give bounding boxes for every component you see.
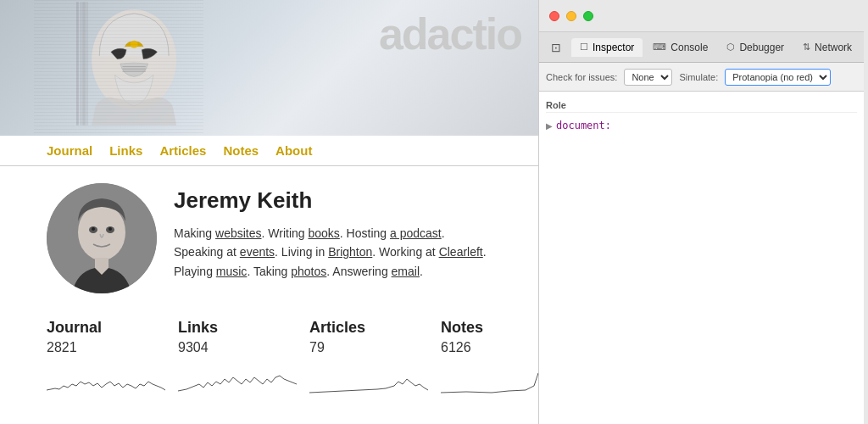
scrollbar[interactable] [864,0,868,424]
nav-articles[interactable]: Articles [159,143,206,158]
site-logo-text: adactio [379,8,521,59]
stat-articles-sparkline [309,360,428,394]
svg-rect-2 [82,2,86,125]
check-issues-label: Check for issues: [546,72,617,82]
network-icon: ⇅ [803,42,810,53]
link-books[interactable]: books [308,226,339,240]
profile-name: Jeremy Keith [174,187,487,214]
nav-notes[interactable]: Notes [223,143,259,158]
devtools-body: Role ▶ document: [539,92,864,424]
stat-links-count: 9304 [178,340,309,355]
inspector-icon: ☐ [580,42,588,53]
console-icon: ⌨ [653,42,666,53]
link-clearleft[interactable]: Clearleft [439,245,483,259]
stat-links: Links 9304 [178,319,309,398]
devtools-panel: ⊡ ☐ Inspector ⌨ Console ⬡ Debugger ⇅ Net… [538,0,864,424]
stat-journal-label: Journal [47,319,178,337]
tab-debugger-label: Debugger [739,42,784,53]
simulate-select[interactable]: Protanopia (no red) [725,69,831,86]
tab-inspector-label: Inspector [593,42,634,53]
tab-console-label: Console [670,42,708,53]
traffic-light-minimize[interactable] [566,11,576,21]
tab-pick-element[interactable]: ⊡ [542,37,570,58]
profile-text: Jeremy Keith Making websites. Writing bo… [174,183,487,281]
link-websites[interactable]: websites [215,226,261,240]
simulate-label: Simulate: [679,72,718,82]
stat-notes: Notes 6126 [441,319,538,398]
stat-journal: Journal 2821 [47,319,178,398]
link-brighton[interactable]: Brighton [328,245,372,259]
svg-point-10 [78,204,125,260]
stats-section: Journal 2821 Links 9304 Articles 79 Note… [0,310,538,398]
role-label: Role [546,98,857,113]
link-photos[interactable]: photos [291,265,326,278]
tree-item-document[interactable]: ▶ document: [546,118,857,133]
stat-notes-label: Notes [441,319,538,337]
tab-debugger[interactable]: ⬡ Debugger [718,38,793,57]
profile-bio: Making websites. Writing books. Hosting … [174,224,487,281]
traffic-light-close[interactable] [549,11,559,21]
stat-links-sparkline [178,360,297,394]
devtools-toolbar: Check for issues: None Simulate: Protano… [539,63,864,92]
tree-node-name: document: [556,120,611,131]
avatar [47,183,157,293]
nav-about[interactable]: About [275,143,312,158]
check-issues-select[interactable]: None [624,69,672,86]
stat-notes-count: 6126 [441,340,538,355]
svg-point-13 [92,227,95,231]
stat-articles: Articles 79 [309,319,441,398]
profile-section: Jeremy Keith Making websites. Writing bo… [0,166,538,310]
header-illustration [34,0,203,127]
traffic-light-fullscreen[interactable] [583,11,593,21]
debugger-icon: ⬡ [726,42,735,53]
tab-network-label: Network [815,42,852,53]
svg-point-14 [108,227,112,231]
main-website: adactio Journal Links Articles Notes Abo… [0,0,538,424]
link-events[interactable]: events [240,245,275,259]
tab-inspector[interactable]: ☐ Inspector [571,38,643,57]
nav-links[interactable]: Links [109,143,142,158]
site-nav: Journal Links Articles Notes About [0,136,538,166]
devtools-tabs: ⊡ ☐ Inspector ⌨ Console ⬡ Debugger ⇅ Net… [539,32,864,63]
tree-arrow-icon: ▶ [546,121,553,131]
svg-rect-3 [86,2,88,125]
nav-journal[interactable]: Journal [47,143,92,158]
tab-console[interactable]: ⌨ Console [644,38,716,57]
svg-rect-0 [76,2,79,125]
svg-rect-1 [81,2,82,125]
devtools-titlebar [539,0,864,32]
link-music[interactable]: music [216,265,248,278]
stat-notes-sparkline [441,360,538,394]
stat-journal-count: 2821 [47,340,178,355]
site-header: adactio [0,0,538,136]
stat-articles-label: Articles [309,319,441,337]
link-podcast[interactable]: a podcast [390,226,442,240]
link-email[interactable]: email [392,265,420,278]
stat-links-label: Links [178,319,309,337]
tab-network[interactable]: ⇅ Network [794,38,860,57]
stat-articles-count: 79 [309,340,441,355]
svg-point-8 [131,41,138,48]
stat-journal-sparkline [47,360,165,394]
